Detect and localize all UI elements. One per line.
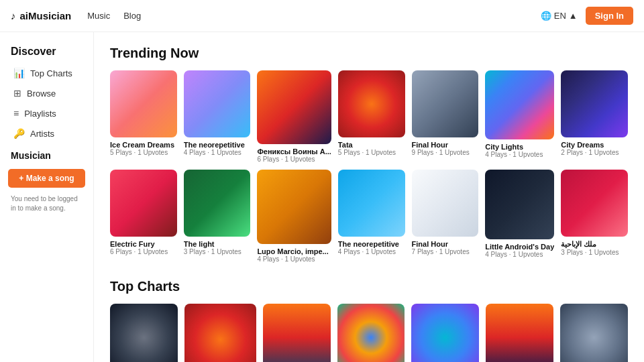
browse-icon: ⊞ [13,88,21,99]
music-card-title: Little Android's Day [485,243,554,251]
trending-title: Trending Now [110,46,628,61]
music-card-thumb [485,170,554,239]
music-card-meta: 4 Plays · 1 Upvotes [184,149,251,156]
logo-icon: ♪ [11,10,16,21]
music-card-title: Tata [338,141,405,149]
music-card[interactable]: Friend Like Me 12 Plays · 0 Upvotes [263,304,331,362]
music-card-thumb [338,170,405,237]
make-song-button[interactable]: + Make a song [8,169,85,188]
music-card[interactable]: City Dreams 2 Plays · 1 Upvotes [561,70,628,163]
music-card-meta: 5 Plays · 1 Upvotes [110,149,177,156]
music-card[interactable]: Фениксы Воины А... 6 Plays · 1 Upvotes [257,70,331,163]
music-card-meta: 3 Plays · 1 Upvotes [561,249,628,256]
music-card-thumb [561,170,628,237]
music-card[interactable]: Hasta nunca 10 Plays · 1 Upvotes [486,304,553,362]
music-card-thumb [110,304,178,362]
playlists-icon: ≡ [13,108,19,119]
logo-text: aiMusician [20,10,72,21]
nav-music[interactable]: Music [87,11,110,21]
music-card[interactable]: Lupo Marcio, impe... 4 Plays · 1 Upvotes [257,170,331,262]
music-card[interactable]: The neorepetitive 4 Plays · 1 Upvotes [338,170,405,262]
nav-blog[interactable]: Blog [123,11,141,21]
music-card-title: Final Hour [412,141,479,149]
app-header: ♪ aiMusician MusicBlog 🌐 EN ▲ Sign In [0,0,644,32]
trending-grid: Ice Cream Dreams 5 Plays · 1 Upvotes The… [110,70,628,263]
music-card-meta: 5 Plays · 1 Upvotes [338,149,405,156]
music-card[interactable]: Little Android's Day 4 Plays · 1 Upvotes [485,170,554,262]
music-card[interactable]: Electric Fury 6 Plays · 1 Upvotes [110,170,177,262]
music-card[interactable]: We don`t pretend 20 Plays · 0 Upvotes [110,304,178,362]
sidebar-item-browse[interactable]: ⊞ Browse [3,83,91,103]
music-card-meta: 4 Plays · 1 Upvotes [485,151,554,158]
sidebar-item-top-charts[interactable]: 📊 Top Charts [3,63,91,83]
globe-icon: 🌐 [541,11,551,21]
music-card-thumb [486,304,553,362]
music-card-title: Ice Cream Dreams [110,141,177,149]
sidebar-item-artists[interactable]: 🔑 Artists [3,123,91,143]
sidebar-label-browse: Browse [27,88,56,99]
music-card[interactable]: Final Hour 9 Plays · 1 Upvotes [412,70,479,163]
music-card-thumb [257,70,331,144]
music-card-meta: 4 Plays · 1 Upvotes [485,251,554,258]
music-card-title: ملك الإباحية [561,240,628,249]
music-card-thumb [184,170,251,237]
language-selector[interactable]: 🌐 EN ▲ [541,11,578,21]
music-card-thumb [263,304,331,362]
discover-title: Discover [0,43,93,63]
musician-title: Musician [0,143,93,165]
sign-in-button[interactable]: Sign In [586,7,633,25]
sidebar-label-artists: Artists [30,129,54,139]
lang-label: EN [554,11,566,21]
music-card-title: Фениксы Воины А... [257,147,331,156]
music-card-thumb [412,70,479,137]
music-card[interactable]: One is Silver - One... 17 Plays · 0 Upvo… [184,304,256,362]
sidebar-label-top-charts: Top Charts [30,68,72,78]
music-card[interactable]: Blue Skies 12 Plays · 1 Upvotes [337,304,405,362]
sidebar-item-playlists[interactable]: ≡ Playlists [3,103,91,123]
music-card[interactable]: ملك الإباحية 3 Plays · 1 Upvotes [561,170,628,262]
music-card-thumb [110,170,177,237]
music-card-thumb [110,70,177,137]
header-right: 🌐 EN ▲ Sign In [541,7,633,25]
music-card-title: The neorepetitive [338,240,405,248]
artists-icon: 🔑 [13,128,25,139]
music-card[interactable]: Final Hour 7 Plays · 1 Upvotes [412,170,479,262]
music-card-title: Final Hour [412,240,479,248]
music-card-title: City Lights [485,143,554,151]
music-card-title: Lupo Marcio, impe... [257,247,331,255]
music-card-meta: 7 Plays · 1 Upvotes [412,248,479,255]
music-card-meta: 6 Plays · 1 Upvotes [110,248,177,255]
sidebar: Discover 📊 Top Charts ⊞ Browse ≡ Playlis… [0,32,94,362]
music-card[interactable]: Ice Cream Dreams 5 Plays · 1 Upvotes [110,70,177,163]
app-layout: Discover 📊 Top Charts ⊞ Browse ≡ Playlis… [0,32,644,362]
music-card-thumb [184,304,256,362]
music-card[interactable]: The light 3 Plays · 1 Upvotes [184,170,251,262]
sidebar-label-playlists: Playlists [24,109,56,119]
music-card-thumb [338,70,405,137]
music-card[interactable]: Hooba the haha 10 Plays · 1 Upvotes [411,304,479,362]
music-card[interactable]: Final Hour 9 Plays · 1 Upvotes [560,304,628,362]
music-card-meta: 6 Plays · 1 Upvotes [257,156,331,163]
music-card-title: The neorepetitive [184,141,251,149]
logo[interactable]: ♪ aiMusician [11,10,71,21]
music-card[interactable]: City Lights 4 Plays · 1 Upvotes [485,70,554,163]
music-card-thumb [561,70,628,137]
music-card-thumb [337,304,405,362]
music-card-thumb [257,170,331,243]
music-card-meta: 9 Plays · 1 Upvotes [412,149,479,156]
chevron-up-icon: ▲ [569,11,578,21]
music-card-thumb [412,170,479,237]
music-card[interactable]: Tata 5 Plays · 1 Upvotes [338,70,405,163]
main-nav: MusicBlog [87,11,141,21]
music-card-meta: 4 Plays · 1 Upvotes [257,255,331,263]
music-card-title: The light [184,240,251,248]
top-charts-icon: 📊 [13,68,25,78]
music-card-thumb [184,70,251,137]
music-card-title: City Dreams [561,141,628,149]
music-card[interactable]: The neorepetitive 4 Plays · 1 Upvotes [184,70,251,163]
music-card-meta: 4 Plays · 1 Upvotes [338,248,405,255]
music-card-thumb [560,304,628,362]
top-charts-grid: We don`t pretend 20 Plays · 0 Upvotes On… [110,304,628,362]
music-card-title: Electric Fury [110,240,177,248]
music-card-thumb [411,304,479,362]
